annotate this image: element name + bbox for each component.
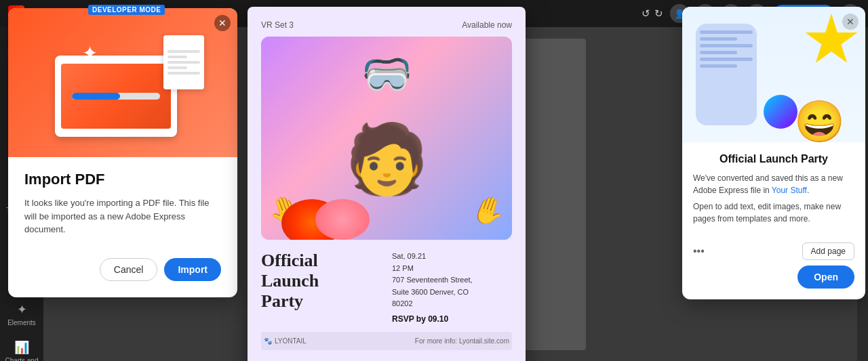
vr-person-illustration: 🧑 🥽 🤚 🤚 — [261, 37, 512, 240]
pdf-event-info: Sat, 09.21 12 PM 707 Seventeenth Street,… — [392, 251, 512, 324]
redo-icon[interactable]: ↻ — [654, 7, 663, 20]
success-desc-part1: We've converted and saved this as a new … — [693, 173, 843, 195]
doc-line-2 — [167, 56, 187, 58]
undo-redo-group: ↺ ↻ — [642, 7, 663, 20]
pdf-logo: 🐾 LYONTAIL — [264, 337, 307, 345]
doc-line-4 — [167, 66, 187, 69]
person-illustration: 😄 — [794, 102, 845, 142]
your-stuff-link[interactable]: Your Stuff — [772, 186, 807, 195]
pdf-event-title: OfficialLaunchParty — [261, 251, 381, 324]
document-illustration — [163, 35, 204, 89]
progress-bar-container — [72, 93, 160, 100]
pdf-hero-image: 🧑 🥽 🤚 🤚 — [261, 37, 512, 240]
doc-line-1 — [167, 50, 200, 53]
pdf-preview-modal: VR Set 3 Available now 🧑 🥽 🤚 � — [248, 7, 526, 361]
import-modal-actions: Cancel Import — [24, 258, 221, 281]
success-description: We've converted and saved this as a new … — [693, 172, 854, 196]
pdf-tag: VR Set 3 — [261, 20, 294, 30]
phone-line-3 — [700, 44, 753, 47]
success-illustration: 😄 — [682, 7, 865, 142]
logo-text: LYONTAIL — [275, 337, 307, 345]
success-modal-footer: ••• Add page Open — [682, 236, 865, 299]
pdf-rsvp: RSVP by 09.10 — [392, 314, 512, 324]
phone-line-2 — [700, 37, 737, 41]
phone-line-5 — [700, 58, 753, 61]
success-description-2: Open to add text, edit images, make new … — [693, 200, 854, 225]
import-modal-body: Import PDF It looks like you're importin… — [8, 157, 237, 297]
sidebar-item-elements[interactable]: ✦ Elements — [2, 297, 41, 332]
import-illustration: ✦ ✦ — [41, 28, 204, 137]
cancel-button[interactable]: Cancel — [100, 258, 158, 281]
add-page-button[interactable]: Add page — [802, 242, 854, 260]
pdf-event-details: Sat, 09.21 12 PM 707 Seventeenth Street,… — [392, 251, 512, 310]
laptop-illustration — [55, 56, 177, 137]
logo-icon: 🐾 — [264, 337, 272, 345]
success-desc-part2: . — [807, 186, 809, 195]
doc-line-3 — [167, 61, 200, 64]
import-modal-title: Import PDF — [24, 171, 221, 188]
open-button[interactable]: Open — [797, 266, 854, 289]
pdf-content-row: OfficialLaunchParty Sat, 09.21 12 PM 707… — [261, 251, 512, 324]
charts-icon: 📊 — [14, 340, 29, 355]
pdf-contact: For more info: Lyontail.site.com — [415, 337, 509, 345]
orb-decoration — [764, 95, 797, 129]
undo-icon[interactable]: ↺ — [642, 7, 650, 20]
page-bar: ••• Add page — [693, 242, 854, 260]
doc-line-5 — [167, 72, 200, 75]
blob-decoration-2 — [315, 199, 370, 240]
pdf-page-top: VR Set 3 Available now — [261, 20, 512, 30]
import-modal-header: ✕ ✦ ✦ — [8, 8, 237, 157]
success-modal: ✕ 😄 Official Launch Party We've converte… — [682, 7, 865, 299]
import-button[interactable]: Import — [164, 258, 221, 281]
laptop-screen — [61, 64, 171, 129]
pdf-viewer: VR Set 3 Available now 🧑 🥽 🤚 � — [248, 7, 526, 361]
dev-badge-left: DEVELOPER MODE — [88, 5, 165, 15]
progress-bar-fill — [72, 93, 120, 100]
pdf-available: Available now — [462, 20, 512, 30]
phone-line-1 — [700, 30, 753, 34]
import-modal-close-button[interactable]: ✕ — [214, 15, 231, 31]
elements-icon: ✦ — [17, 302, 27, 317]
pdf-page: VR Set 3 Available now 🧑 🥽 🤚 � — [248, 7, 526, 361]
sidebar-item-charts[interactable]: 📊 Charts and grids — [2, 335, 41, 361]
phone-line-6 — [700, 64, 737, 68]
phone-line-4 — [700, 51, 737, 54]
sidebar-label-charts: Charts and grids — [5, 357, 39, 361]
success-title: Official Launch Party — [693, 153, 854, 165]
more-options-button[interactable]: ••• — [693, 245, 705, 257]
phone-mockup — [696, 24, 757, 125]
import-pdf-modal: ✕ ✦ ✦ Import PDF It looks like you're — [8, 8, 237, 297]
import-modal-description: It looks like you're importing a PDF fil… — [24, 196, 221, 236]
pdf-footer: 🐾 LYONTAIL For more info: Lyontail.site.… — [261, 332, 512, 350]
sidebar-label-elements: Elements — [7, 319, 36, 326]
success-close-button[interactable]: ✕ — [842, 14, 859, 30]
success-modal-body: Official Launch Party We've converted an… — [682, 142, 865, 236]
